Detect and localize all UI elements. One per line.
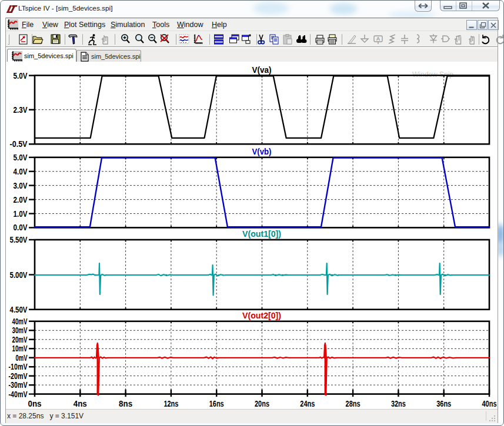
svg-text:12ns: 12ns — [163, 399, 178, 408]
svg-text:0.0V: 0.0V — [14, 223, 28, 232]
svg-text:5.50V: 5.50V — [10, 235, 28, 244]
svg-text:4.50V: 4.50V — [10, 305, 28, 314]
svg-text:28ns: 28ns — [346, 399, 361, 408]
svg-text:0mV: 0mV — [16, 353, 28, 363]
svg-text:-40mV: -40mV — [9, 390, 28, 399]
svg-text:-20mV: -20mV — [9, 371, 28, 381]
svg-text:-10mV: -10mV — [9, 362, 28, 371]
svg-text:10mV: 10mV — [12, 344, 28, 353]
svg-text:16ns: 16ns — [209, 399, 224, 408]
svg-text:V(va): V(va) — [252, 65, 272, 75]
svg-text:8ns: 8ns — [119, 399, 132, 408]
svg-text:32ns: 32ns — [391, 399, 406, 408]
svg-text:-0.5V: -0.5V — [10, 139, 28, 149]
svg-text:5.00V: 5.00V — [10, 270, 28, 280]
svg-text:20mV: 20mV — [12, 335, 28, 344]
svg-text:V(out2[0]): V(out2[0]) — [242, 311, 281, 320]
svg-text:36ns: 36ns — [436, 399, 451, 408]
svg-text:40ns: 40ns — [482, 399, 497, 408]
svg-text:20ns: 20ns — [255, 399, 269, 408]
svg-text:V(vb): V(vb) — [252, 147, 272, 156]
svg-text:24ns: 24ns — [300, 399, 315, 408]
svg-text:3.0V: 3.0V — [14, 181, 28, 190]
svg-text:40mV: 40mV — [12, 317, 28, 326]
svg-text:4ns: 4ns — [74, 399, 87, 408]
svg-text:5.0V: 5.0V — [14, 153, 28, 162]
svg-text:30mV: 30mV — [12, 326, 28, 335]
svg-text:1.0V: 1.0V — [14, 209, 28, 219]
svg-text:2.0V: 2.0V — [14, 195, 28, 204]
svg-text:-30mV: -30mV — [9, 380, 28, 390]
svg-text:4.0V: 4.0V — [14, 167, 28, 176]
svg-text:5.0V: 5.0V — [14, 71, 28, 80]
svg-text:V(out1[0]): V(out1[0]) — [242, 229, 281, 239]
svg-text:A: A — [376, 36, 380, 42]
svg-text:0ns: 0ns — [28, 399, 42, 408]
svg-text:2.3V: 2.3V — [14, 105, 28, 115]
